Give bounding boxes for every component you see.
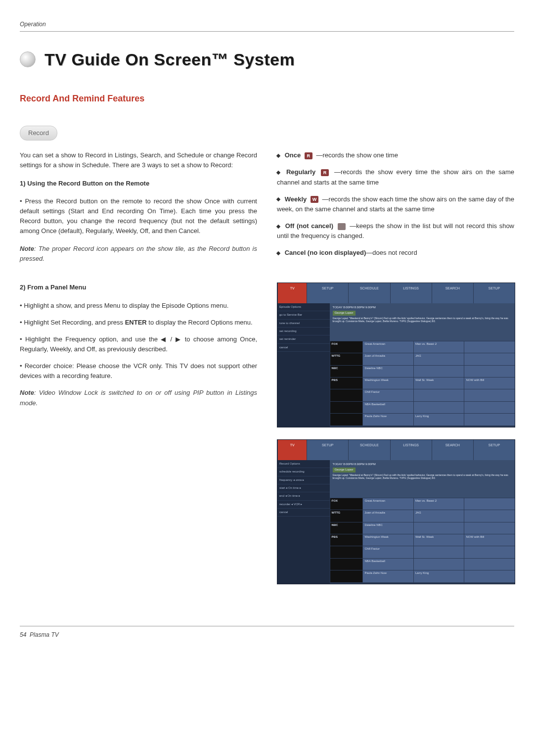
- record-pill: Record: [20, 126, 57, 141]
- para-1: • Press the Record button on the remote …: [20, 196, 257, 236]
- record-weekly-icon: W: [311, 196, 318, 203]
- b4: • Recorder choice: Please choose the VCR…: [20, 361, 257, 381]
- note-1: Note: The proper Record icon appears on …: [20, 244, 257, 264]
- note-2-rest: : Video Window Lock is switched to on or…: [20, 389, 257, 406]
- b2-enter: ENTER: [125, 319, 147, 326]
- note-1-prefix: Note: [20, 245, 34, 252]
- note-1-rest: : The proper Record icon appears on the …: [20, 245, 257, 262]
- footer-page: 54: [20, 631, 26, 638]
- col-left-upper: You can set a show to Record in Listings…: [20, 150, 257, 265]
- col-right-lower: TVSETUPSCHEDULELISTINGSSEARCHSETUPEpisod…: [277, 283, 514, 596]
- title-row: TV Guide On Screen™ System: [20, 47, 514, 73]
- heading-2: 2) From a Panel Menu: [20, 283, 257, 292]
- b1: • Highlight a show, and press Menu to di…: [20, 301, 257, 311]
- opt-cancel: Cancel (no icon displayed)—does not reco…: [277, 248, 514, 258]
- opt-reg-label: Regularly: [286, 168, 315, 176]
- page-title: TV Guide On Screen™ System: [44, 47, 295, 73]
- opt-cancel-label: Cancel (no icon displayed): [285, 249, 366, 256]
- heading-1: 1) Using the Record Button on the Remote: [20, 179, 257, 189]
- opt-once-rest: —records the show one time: [316, 151, 398, 159]
- guide-screenshot-2: TVSETUPSCHEDULELISTINGSSEARCHSETUPRecord…: [277, 439, 515, 584]
- opt-cancel-rest: —does not record: [366, 249, 417, 256]
- guide-screenshot-1: TVSETUPSCHEDULELISTINGSSEARCHSETUPEpisod…: [277, 283, 515, 427]
- diamond-icon: [276, 171, 280, 175]
- b2-b: to display the Record Options menu.: [147, 319, 253, 326]
- footer: 54 Plasma TV: [20, 626, 514, 640]
- diamond-icon: [276, 197, 280, 201]
- diamond-icon: [276, 224, 280, 228]
- opt-once-label: Once: [285, 151, 301, 159]
- b3: • Highlight the Frequency option, and us…: [20, 334, 257, 354]
- diamond-icon: [276, 154, 280, 158]
- record-once-icon: R: [305, 152, 312, 159]
- opt-off-label: Off (not cancel): [285, 222, 333, 230]
- footer-label: Plasma TV: [30, 631, 59, 638]
- opt-weekly: Weekly W —records the show each time the…: [277, 194, 514, 214]
- col-left-lower: 2) From a Panel Menu • Highlight a show,…: [20, 283, 257, 596]
- bullet-circle-icon: [20, 51, 36, 67]
- columns-lower: 2) From a Panel Menu • Highlight a show,…: [20, 283, 514, 596]
- subheading: Record And Remind Features: [20, 92, 514, 106]
- col-right-upper: Once R —records the show one time Regula…: [277, 150, 514, 265]
- record-regularly-icon: R: [321, 169, 329, 176]
- b2: • Highlight Set Recording, and press ENT…: [20, 318, 257, 328]
- intro-para: You can set a show to Record in Listings…: [20, 150, 257, 170]
- opt-once: Once R —records the show one time: [277, 150, 514, 160]
- opt-weekly-label: Weekly: [285, 195, 307, 203]
- b2-a: • Highlight Set Recording, and press: [20, 319, 125, 326]
- header-section: Operation: [20, 20, 514, 32]
- columns-upper: You can set a show to Record in Listings…: [20, 150, 514, 265]
- note-2: Note: Video Window Lock is switched to o…: [20, 388, 257, 408]
- record-off-icon: [338, 223, 346, 230]
- note-2-prefix: Note: [20, 389, 34, 396]
- diamond-icon: [276, 251, 280, 255]
- opt-regularly: Regularly R —records the show every time…: [277, 167, 514, 187]
- opt-off: Off (not cancel) —keeps the show in the …: [277, 221, 514, 241]
